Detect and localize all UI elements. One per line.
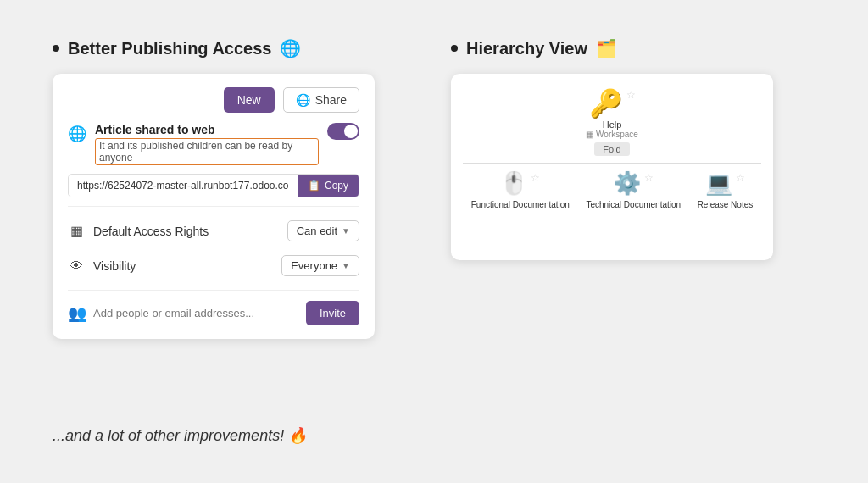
visibility-icon: 👁 [68,258,85,274]
share-globe-icon: 🌐 [296,93,310,107]
main-container: Better Publishing Access 🌐 New 🌐 Share 🌐… [27,21,841,462]
access-rights-row: ▦ Default Access Rights Can edit ▼ [68,214,359,248]
functional-label: Functional Documentation [471,200,570,209]
copy-button[interactable]: 📋 Copy [298,175,359,197]
hierarchy-top-row: 🔑 ☆ [589,87,636,119]
invite-row: 👥 Invite [68,290,359,325]
technical-label: Technical Documentation [586,200,681,209]
share-label: Share [315,93,347,107]
article-shared-sub: It and its published children can be rea… [95,138,319,165]
article-shared-row: 🌐 Article shared to web It and its publi… [68,123,359,165]
star-icon-4: ☆ [736,172,745,184]
url-row: 📋 Copy [68,174,359,197]
access-icon: ▦ [68,223,85,239]
visibility-label: Visibility [93,259,273,273]
right-section: Hierarchy View 🗂️ 🔑 ☆ Help ▦ Workspace F… [451,38,815,402]
technical-icon-row: ⚙️ ☆ [614,170,654,197]
visibility-row: 👁 Visibility Everyone ▼ [68,248,359,283]
footer-text-content: ...and a lot of other improvements! [53,427,284,444]
footer-emoji: 🔥 [288,427,307,444]
copy-label: Copy [325,180,348,192]
left-section-title: Better Publishing Access [68,39,271,58]
sections-row: Better Publishing Access 🌐 New 🌐 Share 🌐… [53,38,815,402]
left-section-emoji: 🌐 [280,38,301,58]
right-section-title: Hierarchy View [466,39,587,58]
hierarchy-item-release: 💻 ☆ Release Notes [698,170,754,209]
invite-button[interactable]: Invite [306,301,359,325]
key-icon: 🔑 [589,87,623,119]
article-shared-title: Article shared to web [95,123,319,136]
hierarchy-top-item: 🔑 ☆ Help ▦ Workspace Fold [463,87,761,156]
add-person-icon: 👥 [68,304,86,323]
star-icon: ☆ [626,89,636,101]
functional-icon-row: 🖱️ ☆ [500,170,540,197]
fold-button[interactable]: Fold [594,142,629,156]
right-section-header: Hierarchy View 🗂️ [451,38,815,58]
hierarchy-card: 🔑 ☆ Help ▦ Workspace Fold 🖱️ [451,74,773,260]
hierarchy-bottom-row: 🖱️ ☆ Functional Documentation ⚙️ ☆ Techn… [463,170,761,209]
access-value: Can edit [297,225,337,237]
left-bullet [53,45,59,52]
chevron-down-icon: ▼ [342,226,350,236]
hierarchy-separator [463,163,761,164]
access-dropdown[interactable]: Can edit ▼ [287,220,359,242]
hierarchy-item-technical: ⚙️ ☆ Technical Documentation [586,170,681,209]
article-globe-icon: 🌐 [68,125,86,143]
chevron-down-icon-2: ▼ [342,261,350,270]
left-section: Better Publishing Access 🌐 New 🌐 Share 🌐… [53,38,417,402]
toggle-container[interactable] [327,123,359,143]
right-section-emoji: 🗂️ [596,38,617,58]
hierarchy-workspace-label: ▦ Workspace [586,130,638,139]
card-topbar: New 🌐 Share [68,87,359,113]
laptop-icon: 💻 [705,170,732,197]
divider-1 [68,206,359,207]
invite-input[interactable] [93,307,299,319]
share-button[interactable]: 🌐 Share [283,87,359,113]
url-input[interactable] [69,175,298,197]
right-bullet [451,45,458,52]
release-label: Release Notes [698,200,754,209]
star-icon-2: ☆ [531,172,540,184]
footer-text: ...and a lot of other improvements! 🔥 [53,426,815,445]
article-shared-text: Article shared to web It and its publish… [95,123,319,165]
toggle-switch[interactable] [327,123,359,140]
workspace-icon: ▦ [586,130,593,139]
access-label: Default Access Rights [93,225,279,238]
copy-icon: 📋 [308,180,320,192]
hierarchy-help-label: Help [603,119,622,130]
publishing-card: New 🌐 Share 🌐 Article shared to web It a… [53,74,375,339]
left-section-header: Better Publishing Access 🌐 [53,38,417,58]
release-icon-row: 💻 ☆ [705,170,745,197]
visibility-dropdown[interactable]: Everyone ▼ [281,255,359,276]
mouse-icon: 🖱️ [500,170,527,197]
new-button[interactable]: New [224,87,275,113]
visibility-value: Everyone [291,259,337,272]
hierarchy-item-functional: 🖱️ ☆ Functional Documentation [471,170,570,209]
star-icon-3: ☆ [644,172,654,184]
gear-icon: ⚙️ [614,170,641,197]
